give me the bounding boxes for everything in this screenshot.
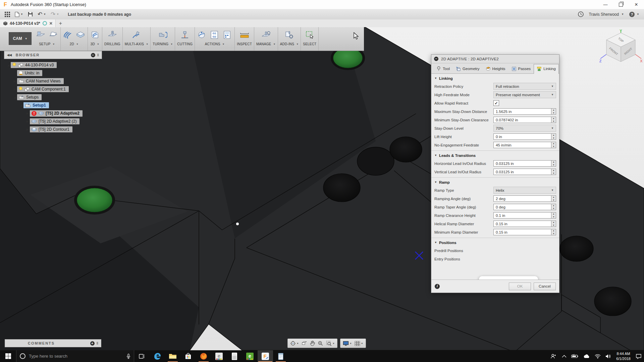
tree-collapsed-icon[interactable]: ▶ <box>25 120 30 123</box>
section-header-positions[interactable]: ▼Positions <box>431 239 559 246</box>
tree-item-chip[interactable]: Setups <box>17 94 42 100</box>
spinner-down-icon[interactable]: ▼ <box>551 207 556 210</box>
taskbar-app-edrawings-gray-icon[interactable]: e <box>211 350 227 362</box>
restore-button[interactable] <box>613 0 629 9</box>
tray-people-icon[interactable] <box>548 354 559 359</box>
tree-item-chip[interactable]: CAM Component:1 <box>17 86 69 92</box>
tree-expanded-icon[interactable]: ◢ <box>6 63 11 67</box>
microphone-icon[interactable] <box>126 354 130 359</box>
workspace-switcher[interactable]: CAM ▼ <box>9 32 32 45</box>
input-maximum-stay-down-distance[interactable]: 1.5625 in <box>493 108 551 115</box>
section-header-linking[interactable]: ▼Linking <box>431 74 559 82</box>
tree-item-chip[interactable]: Setup1 <box>23 102 49 108</box>
ribbon-group-label-2d[interactable]: 2D▼ <box>70 42 78 46</box>
spinner-down-icon[interactable]: ▼ <box>551 172 556 175</box>
input-vertical-lead-in-out-radius[interactable]: 0.03125 in <box>493 169 551 175</box>
tree-item-chip[interactable]: ![T5] 2D Adaptive2 <box>30 110 83 117</box>
input-minimum-ramp-diameter[interactable]: 0.15 in <box>493 229 551 235</box>
ribbon-button-cutting-icon[interactable] <box>180 30 190 40</box>
view-cube[interactable]: Y Z X TOP FRONT RIGHT <box>598 29 644 66</box>
input-horizontal-lead-in-out-radius[interactable]: 0.03125 in <box>493 160 551 167</box>
tree-item-cam-component-1[interactable]: ▶CAM Component:1 <box>4 85 102 93</box>
input-minimum-stay-down-clearance[interactable]: 0.0787402 in <box>493 117 551 123</box>
start-button[interactable] <box>0 350 16 362</box>
tree-item-t5-2d-contour1[interactable]: ▶[T5] 2D Contour1 <box>4 125 102 133</box>
minimize-button[interactable]: — <box>598 0 613 9</box>
ribbon-button-measure-icon[interactable] <box>239 30 250 40</box>
spinner-down-icon[interactable]: ▼ <box>551 145 556 148</box>
ribbon-group-label-3d[interactable]: 3D▼ <box>91 42 99 46</box>
spinner-down-icon[interactable]: ▼ <box>551 224 556 227</box>
tree-collapsed-icon[interactable]: ▶ <box>25 128 30 131</box>
spinner-up-icon[interactable]: ▲ <box>551 169 556 172</box>
nav-button-orbit-icon[interactable]: ▼ <box>289 341 300 346</box>
tree-collapsed-icon[interactable]: ▶ <box>12 87 17 91</box>
action-center-icon[interactable] <box>633 353 644 359</box>
ribbon-button-new-setup-icon[interactable] <box>36 30 46 40</box>
ribbon-button-addins-icon[interactable] <box>284 30 294 40</box>
spinner-down-icon[interactable]: ▼ <box>551 164 556 167</box>
panel-drag-handle[interactable]: ‖ <box>97 53 99 57</box>
ribbon-button-simulate-icon[interactable] <box>197 30 207 40</box>
spinner-down-icon[interactable]: ▼ <box>551 216 556 219</box>
spinner-up-icon[interactable]: ▲ <box>551 196 556 199</box>
section-header-leads-transitions[interactable]: ▼Leads & Transitions <box>431 152 559 159</box>
dialog-tab-linking[interactable]: Linking <box>534 64 558 74</box>
ribbon-button-drilling-icon[interactable] <box>107 30 117 40</box>
dialog-tab-heights[interactable]: Heights <box>483 64 508 73</box>
tray-chevron-up-icon[interactable] <box>559 354 569 359</box>
dropdown-ramp-type[interactable]: Helix▼ <box>493 187 556 194</box>
redo-button[interactable]: ↷▼ <box>51 11 59 18</box>
tray-wifi-icon[interactable] <box>592 354 603 359</box>
tree-item-t5-2d-adaptive2[interactable]: ▶![T5] 2D Adaptive2 <box>4 109 102 117</box>
taskbar-app-store-icon[interactable] <box>180 350 196 362</box>
ribbon-button-adaptive-3d-icon[interactable] <box>90 30 100 40</box>
tree-item-chip[interactable]: [T5] 2D Adaptive2 (2) <box>30 118 79 124</box>
add-comment-icon[interactable]: + <box>90 341 95 346</box>
comments-header[interactable]: COMMENTS + ‖ <box>5 339 101 347</box>
input-ramp-taper-angle-deg[interactable]: 0 deg <box>493 204 551 210</box>
panel-drag-handle[interactable]: ‖ <box>97 341 98 345</box>
tree-item-cam-named-views[interactable]: ▶CAM Named Views <box>4 77 102 85</box>
close-button[interactable]: ✕ <box>629 0 644 9</box>
tray-battery-icon[interactable] <box>569 354 581 359</box>
nav-button-zoom-icon[interactable] <box>317 341 324 346</box>
ribbon-group-label-turning[interactable]: TURNING▼ <box>153 42 173 46</box>
user-menu[interactable]: Travis Sherwood ▼ <box>589 12 624 17</box>
tree-item-t5-2d-adaptive2-2[interactable]: ▶[T5] 2D Adaptive2 (2) <box>4 117 102 125</box>
spinner-up-icon[interactable]: ▲ <box>551 221 556 224</box>
dialog-collapse-icon[interactable]: − <box>434 57 438 61</box>
ribbon-group-label-manage[interactable]: MANAGE▼ <box>256 42 276 46</box>
file-menu-button[interactable]: ▼ <box>15 12 23 17</box>
save-button[interactable] <box>28 12 33 17</box>
browser-header[interactable]: ◀◀ BROWSER − ‖ <box>4 51 102 59</box>
checkbox-allow-rapid-retract[interactable]: ✓ <box>493 100 499 106</box>
dialog-tab-tool[interactable]: Tool <box>433 64 453 73</box>
spinner-up-icon[interactable]: ▲ <box>551 204 556 207</box>
tray-onedrive-icon[interactable] <box>581 354 592 359</box>
nav-button-look-at-icon[interactable] <box>301 341 308 346</box>
tree-item-chip[interactable]: Units: in <box>17 70 42 76</box>
spinner-up-icon[interactable]: ▲ <box>551 213 556 216</box>
spinner-up-icon[interactable]: ▲ <box>551 134 556 137</box>
spinner-up-icon[interactable]: ▲ <box>551 161 556 164</box>
input-ramping-angle-deg[interactable]: 2 deg <box>493 195 551 202</box>
ribbon-button-select-icon[interactable] <box>305 30 315 40</box>
tree-item-chip[interactable]: 44-130-P014 v3 <box>11 62 57 68</box>
dropdown-stay-down-level[interactable]: 70%▼ <box>493 125 556 132</box>
collapse-panel-icon[interactable]: ◀◀ <box>7 53 12 57</box>
taskbar-app-firefox-icon[interactable] <box>196 350 211 362</box>
input-ramp-clearance-height[interactable]: 0.1 in <box>493 212 551 219</box>
tree-item-setup1[interactable]: ◢Setup1 <box>4 101 102 109</box>
dialog-tab-geometry[interactable]: Geometry <box>453 64 483 73</box>
ribbon-group-label-inspect[interactable]: INSPECT <box>237 42 252 46</box>
ribbon-group-label-setup[interactable]: SETUP▼ <box>39 42 55 46</box>
spinner-down-icon[interactable]: ▼ <box>551 112 556 115</box>
tree-expanded-icon[interactable]: ◢ <box>19 104 23 107</box>
ribbon-group-label-multi-axis[interactable]: MULTI-AXIS▼ <box>125 42 149 46</box>
section-header-ramp[interactable]: ▼Ramp <box>431 178 559 186</box>
spinner-up-icon[interactable]: ▲ <box>551 109 556 112</box>
taskbar-app-edrawings-green-icon[interactable]: e <box>242 350 258 362</box>
taskbar-search[interactable]: Type here to search <box>16 350 134 362</box>
tree-collapsed-icon[interactable]: ▶ <box>12 79 17 83</box>
